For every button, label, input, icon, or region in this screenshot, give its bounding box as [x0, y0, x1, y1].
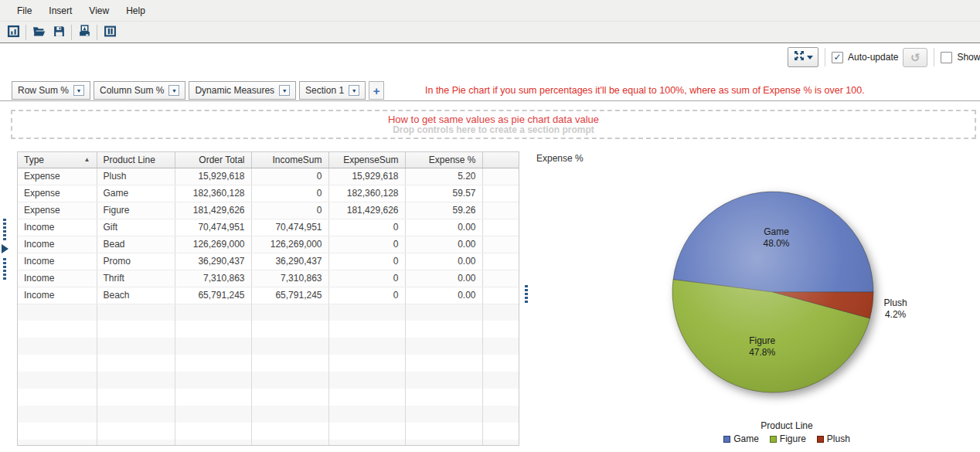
legend-item-game[interactable]: Game	[723, 433, 759, 444]
table-cell[interactable]: 0	[328, 287, 405, 304]
legend-item-plush[interactable]: Plush	[817, 433, 850, 444]
column-header-type[interactable]: Type▲	[18, 152, 97, 168]
table-cell[interactable]: Figure	[97, 202, 175, 219]
table-cell[interactable]: 182,360,128	[328, 185, 405, 202]
table-row[interactable]: ExpensePlush15,929,618015,929,6185.20	[18, 168, 519, 185]
table-cell[interactable]: 36,290,437	[175, 253, 251, 270]
legend-label: Figure	[780, 433, 806, 444]
table-row[interactable]: IncomeBead126,269,000126,269,00000.00	[18, 236, 519, 253]
table-cell[interactable]: 0.00	[405, 253, 482, 270]
tab-section-1[interactable]: Section 1 ▼	[299, 81, 366, 100]
auto-update-checkbox[interactable]: ✓	[832, 52, 843, 63]
table-cell[interactable]: 181,429,626	[175, 202, 251, 219]
view-columns-button[interactable]	[100, 23, 120, 42]
table-cell[interactable]: 36,290,437	[251, 253, 328, 270]
table-cell	[18, 406, 97, 423]
tab-dropdown-icon[interactable]: ▼	[349, 85, 359, 96]
table-cell	[405, 440, 482, 446]
table-cell[interactable]: 65,791,245	[175, 287, 251, 304]
export-print-button[interactable]	[74, 23, 94, 42]
table-cell[interactable]: 15,929,618	[175, 168, 251, 185]
tab-dropdown-icon[interactable]: ▼	[73, 85, 84, 96]
table-cell	[97, 304, 175, 321]
legend-item-figure[interactable]: Figure	[770, 433, 806, 444]
panel-drag-handle[interactable]	[3, 258, 6, 280]
table-row[interactable]: ExpenseGame182,360,1280182,360,12859.57	[18, 185, 519, 202]
table-cell[interactable]: 70,474,951	[175, 219, 251, 236]
table-cell[interactable]: Expense	[18, 168, 97, 185]
add-tab-button[interactable]: +	[369, 81, 384, 100]
column-header-expensesum[interactable]: ExpenseSum	[328, 152, 405, 168]
column-header-order-total[interactable]: Order Total	[175, 152, 251, 168]
table-row[interactable]: IncomeThrift7,310,8637,310,86300.00	[18, 270, 519, 287]
table-cell[interactable]: Income	[18, 287, 97, 304]
table-cell[interactable]: Promo	[97, 253, 175, 270]
table-cell[interactable]: 5.20	[405, 168, 482, 185]
tab-strip: Row Sum % ▼ Column Sum % ▼ Dynamic Measu…	[0, 81, 980, 101]
table-cell[interactable]: Beach	[97, 287, 175, 304]
table-empty-row	[18, 389, 519, 406]
table-cell[interactable]: 0.00	[405, 287, 482, 304]
column-header-product-line[interactable]: Product Line	[97, 152, 175, 168]
tab-dropdown-icon[interactable]: ▼	[279, 85, 290, 96]
menu-item-file[interactable]: File	[9, 5, 40, 16]
table-cell[interactable]: Expense	[18, 202, 97, 219]
column-header-incomesum[interactable]: IncomeSum	[251, 152, 328, 168]
tab-row-sum[interactable]: Row Sum % ▼	[12, 81, 90, 100]
tab-dynamic-measures[interactable]: Dynamic Measures ▼	[189, 81, 296, 100]
tab-column-sum[interactable]: Column Sum % ▼	[94, 81, 185, 100]
refresh-button[interactable]: ↺	[903, 48, 927, 67]
table-cell[interactable]: 126,269,000	[175, 236, 251, 253]
show-checkbox[interactable]	[941, 52, 952, 63]
table-cell[interactable]: 0.00	[405, 236, 482, 253]
table-cell[interactable]: 0	[251, 202, 328, 219]
table-cell[interactable]: Income	[18, 236, 97, 253]
table-cell[interactable]: 0	[328, 253, 405, 270]
view-columns-icon	[104, 25, 117, 40]
section-prompt-dropzone[interactable]: How to get same values as pie chart data…	[11, 110, 976, 139]
menu-item-help[interactable]: Help	[117, 5, 154, 16]
column-header-expense-[interactable]: Expense %	[405, 152, 482, 168]
table-cell[interactable]: 0	[328, 219, 405, 236]
table-cell[interactable]: Plush	[97, 168, 175, 185]
table-drag-handle[interactable]	[525, 285, 528, 304]
table-cell[interactable]: 15,929,618	[328, 168, 405, 185]
tab-dropdown-icon[interactable]: ▼	[168, 85, 179, 96]
sort-ascending-icon: ▲	[84, 156, 90, 163]
table-cell[interactable]: 181,429,626	[328, 202, 405, 219]
table-cell[interactable]: 7,310,863	[175, 270, 251, 287]
table-cell[interactable]: 70,474,951	[251, 219, 328, 236]
table-cell[interactable]: Game	[97, 185, 175, 202]
table-cell[interactable]: 0	[251, 168, 328, 185]
table-cell[interactable]: Income	[18, 253, 97, 270]
table-cell[interactable]: 0.00	[405, 270, 482, 287]
table-cell[interactable]: Income	[18, 219, 97, 236]
table-row[interactable]: ExpenseFigure181,429,6260181,429,62659.2…	[18, 202, 519, 219]
panel-collapse-arrow-icon[interactable]	[2, 244, 9, 253]
table-cell[interactable]: Income	[18, 270, 97, 287]
table-cell[interactable]: 65,791,245	[251, 287, 328, 304]
menu-item-view[interactable]: View	[80, 5, 117, 16]
table-cell[interactable]: 59.57	[405, 185, 482, 202]
table-cell[interactable]: Gift	[97, 219, 175, 236]
table-cell[interactable]: 126,269,000	[251, 236, 328, 253]
table-row[interactable]: IncomePromo36,290,43736,290,43700.00	[18, 253, 519, 270]
table-row[interactable]: IncomeBeach65,791,24565,791,24500.00	[18, 287, 519, 304]
table-cell[interactable]: 7,310,863	[251, 270, 328, 287]
table-cell[interactable]: 0	[328, 236, 405, 253]
panel-drag-handle[interactable]	[3, 219, 6, 240]
table-cell[interactable]: Bead	[97, 236, 175, 253]
table-cell[interactable]: 182,360,128	[175, 185, 251, 202]
table-row[interactable]: IncomeGift70,474,95170,474,95100.00	[18, 219, 519, 236]
table-cell[interactable]: Thrift	[97, 270, 175, 287]
table-cell[interactable]: 0.00	[405, 219, 482, 236]
expand-button[interactable]	[788, 47, 818, 67]
open-button[interactable]	[29, 23, 49, 42]
table-cell[interactable]: Expense	[18, 185, 97, 202]
table-cell[interactable]: 0	[251, 185, 328, 202]
table-cell[interactable]: 59.26	[405, 202, 482, 219]
save-button[interactable]	[49, 23, 69, 42]
new-report-button[interactable]	[3, 23, 23, 42]
menu-item-insert[interactable]: Insert	[40, 5, 80, 16]
table-cell[interactable]: 0	[328, 270, 405, 287]
